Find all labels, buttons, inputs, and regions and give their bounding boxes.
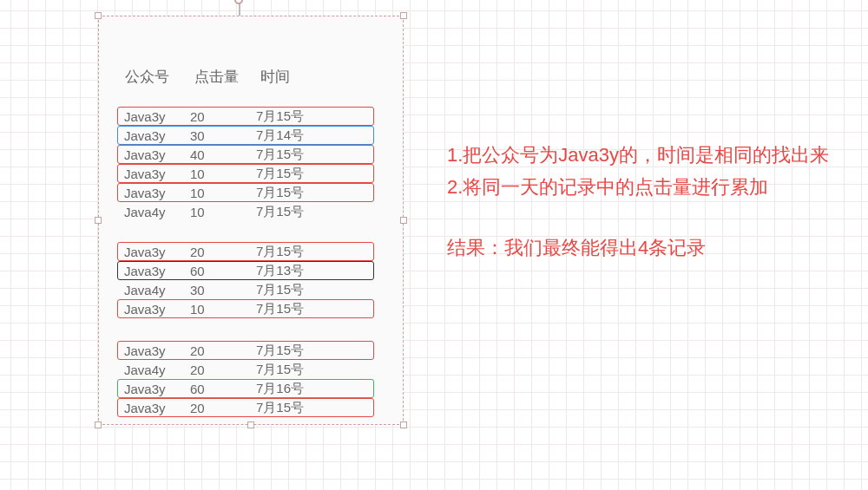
cell-account: Java3y	[124, 302, 190, 317]
table-row: Java3y107月15号	[117, 299, 374, 318]
cell-clicks: 20	[190, 401, 256, 415]
table-row: Java3y607月13号	[117, 261, 374, 280]
resize-handle-br[interactable]	[400, 421, 407, 428]
data-panel[interactable]: 公众号 点击量 时间 Java3y207月15号 Java3y307月14号 J…	[98, 16, 404, 425]
annotation-step-1: 1.把公众号为Java3y的，时间是相同的找出来	[447, 139, 846, 171]
cell-time: 7月15号	[256, 185, 326, 201]
table-headers: 公众号 点击量 时间	[125, 67, 330, 87]
header-time: 时间	[260, 67, 330, 87]
cell-time: 7月15号	[256, 362, 326, 378]
resize-handle-tl[interactable]	[95, 12, 102, 19]
resize-handle-mr[interactable]	[400, 217, 407, 224]
cell-clicks: 10	[190, 186, 256, 200]
annotation-step-2: 2.将同一天的记录中的点击量进行累加	[447, 171, 846, 203]
cell-clicks: 10	[190, 302, 256, 317]
cell-time: 7月15号	[256, 282, 326, 298]
cell-account: Java3y	[124, 109, 190, 124]
cell-clicks: 10	[190, 205, 256, 219]
cell-clicks: 20	[190, 245, 256, 259]
data-group-2: Java3y207月15号 Java3y607月13号 Java4y307月15…	[117, 242, 374, 318]
cell-clicks: 20	[190, 363, 256, 377]
cell-clicks: 30	[190, 128, 256, 143]
table-row: Java4y207月15号	[117, 360, 374, 379]
cell-time: 7月14号	[256, 127, 326, 144]
resize-handle-mb[interactable]	[247, 421, 254, 428]
resize-handle-ml[interactable]	[95, 217, 102, 224]
cell-time: 7月13号	[256, 263, 326, 279]
cell-time: 7月15号	[256, 343, 326, 359]
cell-clicks: 40	[190, 147, 256, 162]
cell-account: Java4y	[124, 205, 190, 219]
cell-clicks: 20	[190, 343, 256, 358]
cell-clicks: 60	[190, 382, 256, 396]
cell-account: Java3y	[124, 147, 190, 162]
table-row: Java3y407月15号	[117, 145, 374, 164]
cell-time: 7月15号	[256, 400, 326, 416]
header-clicks: 点击量	[194, 67, 260, 87]
table-row: Java3y607月16号	[117, 379, 374, 398]
cell-clicks: 10	[190, 167, 256, 181]
table-row: Java3y107月15号	[117, 183, 374, 202]
annotation-result: 结果：我们最终能得出4条记录	[447, 232, 846, 264]
cell-time: 7月15号	[256, 147, 326, 163]
table-row: Java3y207月15号	[117, 107, 374, 126]
data-group-1: Java3y207月15号 Java3y307月14号 Java3y407月15…	[117, 107, 374, 221]
resize-handle-tr[interactable]	[400, 12, 407, 19]
cell-account: Java4y	[124, 363, 190, 377]
table-row: Java4y107月15号	[117, 202, 374, 221]
cell-account: Java3y	[124, 186, 190, 200]
cell-time: 7月16号	[256, 381, 326, 397]
resize-handle-bl[interactable]	[95, 421, 102, 428]
cell-time: 7月15号	[256, 166, 326, 182]
cell-account: Java3y	[124, 245, 190, 259]
cell-clicks: 30	[190, 283, 256, 297]
cell-time: 7月15号	[256, 244, 326, 260]
table-row: Java3y207月15号	[117, 398, 374, 417]
table-row: Java3y207月15号	[117, 341, 374, 360]
table-row: Java3y307月14号	[117, 126, 374, 145]
cell-account: Java3y	[124, 382, 190, 396]
cell-account: Java3y	[124, 401, 190, 415]
cell-time: 7月15号	[256, 108, 326, 125]
cell-time: 7月15号	[256, 301, 326, 317]
header-account: 公众号	[125, 67, 194, 87]
cell-clicks: 20	[190, 109, 256, 124]
cell-account: Java3y	[124, 343, 190, 358]
cell-account: Java3y	[124, 167, 190, 181]
connector-endpoint	[234, 0, 243, 4]
table-row: Java4y307月15号	[117, 280, 374, 299]
cell-clicks: 60	[190, 264, 256, 278]
cell-account: Java3y	[124, 128, 190, 143]
cell-account: Java4y	[124, 283, 190, 297]
cell-account: Java3y	[124, 264, 190, 278]
annotation-block: 1.把公众号为Java3y的，时间是相同的找出来 2.将同一天的记录中的点击量进…	[447, 139, 846, 264]
table-row: Java3y207月15号	[117, 242, 374, 261]
data-group-3: Java3y207月15号 Java4y207月15号 Java3y607月16…	[117, 341, 374, 417]
cell-time: 7月15号	[256, 204, 326, 220]
table-row: Java3y107月15号	[117, 164, 374, 183]
